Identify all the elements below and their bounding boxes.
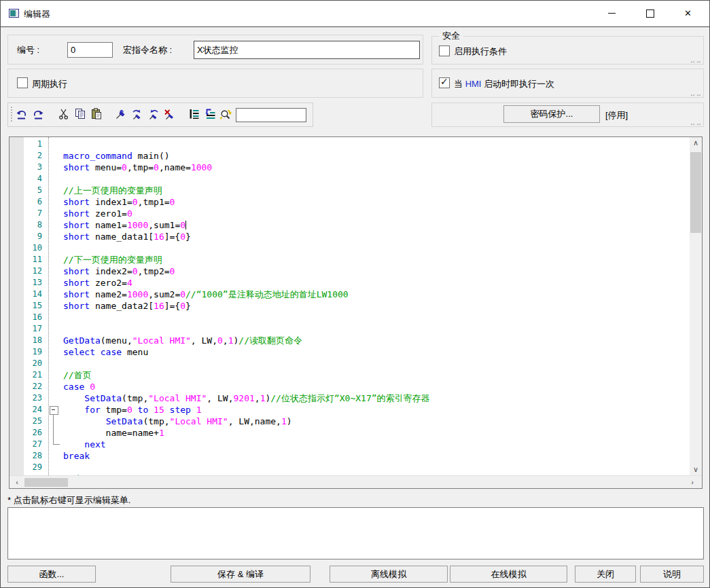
password-protect-button[interactable]: 密码保护...	[503, 105, 600, 123]
scroll-up-icon[interactable]: ∧	[690, 137, 702, 149]
horizontal-scrollbar[interactable]: ‹ ›	[10, 475, 702, 489]
code-line[interactable]: break	[63, 450, 430, 462]
scroll-down-icon[interactable]: ∨	[690, 464, 702, 475]
line-number: 8	[10, 219, 44, 231]
paste-icon[interactable]	[90, 108, 104, 122]
find-replace-icon[interactable]	[219, 108, 233, 122]
code-editor[interactable]: 1234567891011121314151617181920212223242…	[9, 136, 703, 489]
code-line[interactable]: //首页	[63, 369, 430, 381]
code-line[interactable]: GetData(menu,"Local HMI", LW,0,1)//读取翻页命…	[63, 335, 430, 346]
enable-exec-condition-checkbox[interactable]	[439, 45, 450, 56]
copy-icon[interactable]	[74, 108, 88, 122]
bookmark-toggle-icon[interactable]	[115, 108, 128, 122]
scroll-left-icon[interactable]: ‹	[11, 477, 23, 488]
code-line[interactable]: case 0	[63, 381, 430, 392]
code-line[interactable]: short name_data1[16]={0}	[63, 231, 430, 242]
close-button[interactable]: ✕	[673, 1, 703, 26]
code-line[interactable]	[63, 139, 430, 150]
close-dialog-button[interactable]: 关闭	[575, 566, 636, 583]
line-number: 18	[10, 335, 44, 346]
line-number: 26	[10, 427, 44, 439]
code-line[interactable]: short index1=0,tmp1=0	[63, 196, 430, 208]
code-text[interactable]: macro_command main()short menu=0,tmp=0,n…	[63, 139, 430, 485]
code-line[interactable]: //下一页使用的变量声明	[63, 254, 430, 265]
line-number: 10	[10, 242, 44, 254]
code-line[interactable]: short menu=0,tmp=0,name=1000	[63, 162, 430, 173]
bookmark-next-icon[interactable]	[131, 108, 145, 122]
line-number: 11	[10, 254, 44, 265]
line-number-gutter: 1234567891011121314151617181920212223242…	[10, 139, 44, 485]
code-line[interactable]: short name1=1000,sum1=0	[63, 219, 430, 231]
line-number: 12	[10, 265, 44, 277]
undo-icon[interactable]	[16, 108, 29, 122]
code-line[interactable]	[63, 242, 430, 254]
save-compile-button[interactable]: 保存 & 编译	[171, 566, 310, 583]
run-on-hmi-startup-label: 当 HMI 启动时即执行一次	[454, 78, 554, 90]
macro-id-label: 编号 :	[17, 44, 39, 56]
code-line[interactable]: short index2=0,tmp2=0	[63, 265, 430, 277]
search-input[interactable]	[236, 108, 306, 122]
maximize-button[interactable]	[635, 1, 665, 26]
cut-icon[interactable]	[58, 108, 71, 122]
fold-collapse-icon[interactable]	[50, 406, 58, 415]
panel-grip: ▪▪ ▪▪	[691, 60, 701, 64]
minimize-icon	[608, 13, 616, 14]
vertical-scrollbar[interactable]: ∧ ∨	[690, 137, 702, 475]
compile-message-box[interactable]	[7, 507, 704, 559]
outdent-icon[interactable]	[205, 108, 218, 122]
toolbar-grip[interactable]	[11, 107, 15, 122]
bookmark-clear-icon[interactable]	[164, 108, 177, 122]
code-line[interactable]: select case menu	[63, 346, 430, 358]
code-line[interactable]: short zero2=4	[63, 277, 430, 289]
line-number: 2	[10, 150, 44, 162]
editor-dialog: { "window": { "title": "编辑器", "controls"…	[0, 0, 710, 588]
line-number: 19	[10, 346, 44, 358]
code-line[interactable]: for tmp=0 to 15 step 1	[63, 404, 430, 416]
code-line[interactable]: name=name+1	[63, 427, 430, 439]
minimize-button[interactable]	[597, 1, 627, 26]
code-line[interactable]: next	[63, 439, 430, 450]
line-number: 15	[10, 300, 44, 312]
macro-name-input[interactable]	[194, 41, 420, 59]
line-number: 27	[10, 439, 44, 450]
code-line[interactable]: SetData(tmp,"Local HMI", LW,name,1)	[63, 416, 430, 427]
code-line[interactable]	[63, 173, 430, 185]
line-number: 28	[10, 450, 44, 462]
offline-sim-button[interactable]: 离线模拟	[330, 566, 448, 583]
periodic-exec-checkbox[interactable]	[17, 77, 28, 88]
code-line[interactable]: //上一页使用的变量声明	[63, 185, 430, 196]
run-on-hmi-startup-checkbox[interactable]	[439, 77, 450, 88]
fold-guide-end	[53, 444, 60, 445]
periodic-panel	[7, 69, 423, 98]
code-line[interactable]: short name2=1000,sum2=0//“1000”是注释动态地址的首…	[63, 289, 430, 300]
line-number: 5	[10, 185, 44, 196]
functions-button[interactable]: 函数...	[7, 566, 96, 583]
online-sim-button[interactable]: 在线模拟	[450, 566, 567, 583]
line-number: 24	[10, 404, 44, 416]
code-line[interactable]	[63, 323, 430, 335]
redo-icon[interactable]	[32, 108, 46, 122]
code-line[interactable]	[63, 312, 430, 323]
line-number: 4	[10, 173, 44, 185]
line-number: 17	[10, 323, 44, 335]
line-number: 20	[10, 358, 44, 369]
line-number: 14	[10, 289, 44, 300]
code-line[interactable]	[63, 358, 430, 369]
horizontal-scrollbar-thumb[interactable]	[24, 478, 68, 487]
help-button[interactable]: 说明	[640, 566, 704, 583]
code-line[interactable]: short name_data2[16]={0}	[63, 300, 430, 312]
code-line[interactable]: short zero1=0	[63, 208, 430, 219]
code-line[interactable]: macro_command main()	[63, 150, 430, 162]
scroll-right-icon[interactable]: ›	[686, 477, 698, 488]
bookmark-prev-icon[interactable]	[147, 108, 161, 122]
maximize-icon	[646, 10, 654, 18]
indent-icon[interactable]	[188, 108, 202, 122]
vertical-scrollbar-thumb[interactable]	[690, 152, 701, 233]
code-line[interactable]	[63, 462, 430, 473]
title-bar: 编辑器 ✕	[1, 1, 709, 27]
password-status: [停用]	[605, 109, 628, 122]
close-icon: ✕	[684, 9, 692, 18]
panel-grip: ▪▪ ▪▪	[691, 122, 701, 126]
macro-id-input[interactable]	[67, 42, 113, 58]
code-line[interactable]: SetData(tmp,"Local HMI", LW,9201,1)//位状态…	[63, 392, 430, 404]
